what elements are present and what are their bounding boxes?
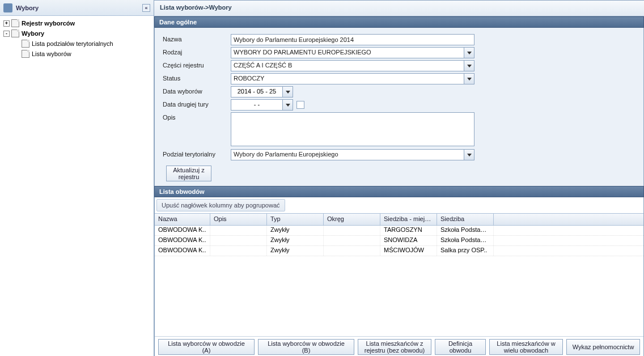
tree-label: Lista podziałów terytorialnych xyxy=(32,40,113,47)
date-picker-icon[interactable] xyxy=(283,99,293,111)
col-opis[interactable]: Opis xyxy=(210,214,267,225)
table-row[interactable]: OBWODOWA K.. Zwykły SNOWIDZA Szkoła Pods… xyxy=(155,236,643,246)
cell-siedzibam: TARGOSZYN xyxy=(380,226,437,235)
select-podzial[interactable]: Wybory do Parlamentu Europejskiego xyxy=(231,149,464,160)
date-wyborow[interactable]: 2014 - 05 - 25 xyxy=(231,86,283,98)
date-tura2[interactable]: - - xyxy=(231,99,283,111)
cell-typ: Zwykły xyxy=(267,246,324,256)
checkbox-tura2[interactable] xyxy=(296,101,304,109)
main-panel: Lista wyborów->Wybory Dane ogólne Nazwa … xyxy=(154,0,644,356)
breadcrumb: Lista wyborów->Wybory xyxy=(154,1,644,16)
col-typ[interactable]: Typ xyxy=(267,214,324,225)
label-nazwa: Nazwa xyxy=(163,34,231,43)
section-obwody-header: Lista obwodów xyxy=(154,186,644,197)
select-status[interactable]: ROBOCZY xyxy=(231,73,464,84)
btn-definicja[interactable]: Definicja obwodu xyxy=(435,339,486,355)
nav-tree: + Rejestr wyborców - Wybory Lista podzia… xyxy=(0,16,154,356)
tree-label: Wybory xyxy=(22,30,44,37)
tree-item-lista-wyborow[interactable]: Lista wyborów xyxy=(1,49,152,59)
sidebar-header: Wybory « xyxy=(0,0,154,16)
select-rodzaj[interactable]: WYBORY DO PARLAMENTU EUROPEJSKIEGO xyxy=(231,47,464,58)
dropdown-icon[interactable] xyxy=(464,149,474,160)
sidebar: Wybory « + Rejestr wyborców - Wybory Lis… xyxy=(0,0,154,356)
collapse-icon[interactable]: - xyxy=(3,31,10,37)
btn-mieszkancy-rejestr[interactable]: Lista mieszkańców z rejestru (bez obwodu… xyxy=(358,339,431,355)
update-from-registry-button[interactable]: Aktualizuj z rejestru xyxy=(166,166,211,181)
cell-okreg xyxy=(324,246,380,256)
tree-label: Lista wyborów xyxy=(32,50,71,57)
col-siedziba[interactable]: Siedziba xyxy=(437,214,494,225)
cell-nazwa: OBWODOWA K.. xyxy=(155,246,210,256)
cell-siedziba: Salka przy OSP.. xyxy=(437,246,494,256)
dropdown-icon[interactable] xyxy=(464,73,474,84)
label-opis: Opis xyxy=(163,112,231,121)
collapse-sidebar-button[interactable]: « xyxy=(142,4,150,12)
input-nazwa[interactable] xyxy=(231,34,474,45)
app-icon xyxy=(3,3,12,12)
cell-okreg xyxy=(324,226,380,235)
btn-mieszkancy-wielu[interactable]: Lista mieszkańców w wielu obwodach xyxy=(489,339,563,355)
label-data-tura2: Data drugiej tury xyxy=(163,99,231,108)
table-row[interactable]: OBWODOWA K.. Zwykły MŚCIWOJÓW Salka przy… xyxy=(155,246,643,256)
cell-nazwa: OBWODOWA K.. xyxy=(155,236,210,245)
col-siedziba-miejsc[interactable]: Siedziba - miejsc.. xyxy=(380,214,437,225)
cell-opis xyxy=(210,246,267,256)
tree-item-podzialy[interactable]: Lista podziałów terytorialnych xyxy=(1,39,152,49)
cell-siedzibam: SNOWIDZA xyxy=(380,236,437,245)
col-nazwa[interactable]: Nazwa xyxy=(155,214,210,225)
cell-siedzibam: MŚCIWOJÓW xyxy=(380,246,437,256)
dropdown-icon[interactable] xyxy=(464,60,474,71)
grid-header: Nazwa Opis Typ Okręg Siedziba - miejsc..… xyxy=(155,213,643,226)
expand-icon[interactable]: + xyxy=(3,20,10,27)
label-status: Status xyxy=(163,73,231,82)
tree-item-rejestr[interactable]: + Rejestr wyborców xyxy=(1,18,152,28)
doc-icon xyxy=(22,40,29,48)
grid-body: OBWODOWA K.. Zwykły TARGOSZYN Szkoła Pod… xyxy=(155,226,643,256)
sidebar-title: Wybory xyxy=(16,5,39,11)
table-row[interactable]: OBWODOWA K.. Zwykły TARGOSZYN Szkoła Pod… xyxy=(155,226,643,236)
label-data-wyborow: Data wyborów xyxy=(163,86,231,95)
cell-siedziba: Szkoła Podstawo.. xyxy=(437,236,494,245)
cell-okreg xyxy=(324,236,380,245)
label-podzial: Podział terytorialny xyxy=(163,149,231,158)
label-rodzaj: Rodzaj xyxy=(163,47,231,56)
group-by-hint[interactable]: Upuść nagłówek kolumny aby pogrupować xyxy=(156,199,285,211)
doc-icon xyxy=(11,29,19,37)
btn-lista-b[interactable]: Lista wyborców w obwodzie (B) xyxy=(258,339,354,355)
cell-nazwa: OBWODOWA K.. xyxy=(155,226,210,235)
dropdown-icon[interactable] xyxy=(464,47,474,58)
date-picker-icon[interactable] xyxy=(283,86,293,98)
tree-item-wybory[interactable]: - Wybory xyxy=(1,28,152,39)
cell-typ: Zwykły xyxy=(267,236,324,245)
cell-typ: Zwykły xyxy=(267,226,324,235)
btn-pelnomocnictwa[interactable]: Wykaz pełnomocnictw xyxy=(566,339,640,355)
cell-siedziba: Szkoła Podstawo.. xyxy=(437,226,494,235)
doc-icon xyxy=(11,19,19,27)
footer-buttons: Lista wyborców w obwodzie (A) Lista wybo… xyxy=(155,336,643,356)
label-czesci: Części rejestru xyxy=(163,60,231,69)
textarea-opis[interactable] xyxy=(231,112,474,146)
doc-icon xyxy=(22,50,29,58)
select-czesci[interactable]: CZĘŚĆ A I CZĘŚĆ B xyxy=(231,60,464,71)
section-general-header: Dane ogólne xyxy=(154,16,644,28)
tree-label: Rejestr wyborców xyxy=(22,20,75,27)
col-okreg[interactable]: Okręg xyxy=(324,214,380,225)
btn-lista-a[interactable]: Lista wyborców w obwodzie (A) xyxy=(158,339,255,355)
obwody-grid: Nazwa Opis Typ Okręg Siedziba - miejsc..… xyxy=(155,213,643,336)
form-general: Nazwa Rodzaj WYBORY DO PARLAMENTU EUROPE… xyxy=(154,28,644,186)
cell-opis xyxy=(210,226,267,235)
cell-opis xyxy=(210,236,267,245)
